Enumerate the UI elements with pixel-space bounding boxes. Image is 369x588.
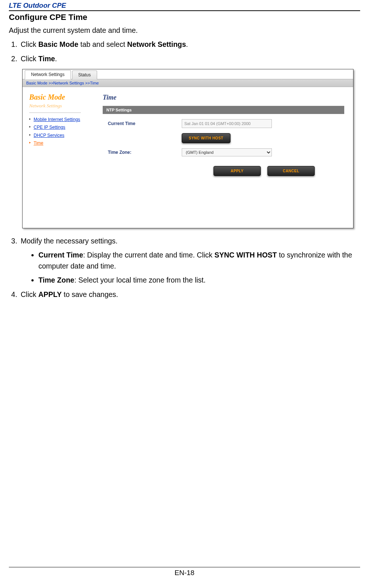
doc-header: LTE Outdoor CPE (9, 0, 360, 10)
bullet-time-zone: Time Zone: Select your local time zone f… (38, 274, 360, 286)
time-zone-label: Time Zone: (103, 150, 182, 155)
sidebar-item-mobile-internet[interactable]: Mobile Internet Settings (29, 116, 92, 124)
step-4: Click APPLY to save changes. (19, 288, 360, 301)
sidebar-list: Mobile Internet Settings CPE IP Settings… (29, 116, 92, 148)
bullets-list: Current Time: Display the current date a… (21, 249, 360, 286)
steps-list-cont: Modify the necessary settings. Current T… (9, 235, 360, 301)
cancel-button[interactable]: CANCEL (267, 166, 315, 176)
step-2: Click Time. (19, 53, 360, 65)
tabs-row: Network Settings Status (23, 69, 353, 79)
sync-with-host-button[interactable]: SYNC WITH HOST (182, 133, 230, 143)
sidebar-mode-title: Basic Mode (29, 93, 92, 101)
ntp-settings-header: NTP Settings (103, 106, 344, 114)
steps-list: Click Basic Mode tab and select Network … (9, 38, 360, 65)
sidebar-item-dhcp[interactable]: DHCP Services (29, 132, 92, 140)
intro-text: Adjust the current system date and time. (9, 25, 360, 35)
current-time-label: Current Time (103, 121, 182, 126)
sidebar-separator (29, 113, 81, 113)
tab-network-settings[interactable]: Network Settings (25, 70, 71, 79)
main-pane: Time NTP Settings Current Time SYNC WITH… (96, 87, 353, 228)
tab-status[interactable]: Status (72, 70, 97, 79)
sidebar-item-cpe-ip[interactable]: CPE IP Settings (29, 124, 92, 132)
step-3: Modify the necessary settings. Current T… (19, 235, 360, 286)
step-1: Click Basic Mode tab and select Network … (19, 38, 360, 51)
screenshot-frame: Network Settings Status Basic Mode >>Net… (22, 69, 353, 228)
sidebar: Basic Mode Network Settings Mobile Inter… (23, 87, 96, 228)
sidebar-mode-sub: Network Settings (29, 103, 92, 109)
page-number: EN-18 (175, 569, 195, 577)
time-zone-select[interactable]: (GMT) England (182, 148, 272, 156)
breadcrumb: Basic Mode >>Network Settings >>Time (23, 79, 353, 87)
header-rule (9, 10, 360, 11)
page-footer: EN-18 (9, 567, 360, 577)
apply-button[interactable]: APPLY (213, 166, 261, 176)
panel-title: Time (103, 94, 344, 101)
current-time-field[interactable] (182, 119, 272, 128)
section-title: Configure CPE Time (9, 13, 360, 22)
bullet-current-time: Current Time: Display the current date a… (38, 249, 360, 271)
sidebar-item-time[interactable]: Time (29, 139, 92, 148)
